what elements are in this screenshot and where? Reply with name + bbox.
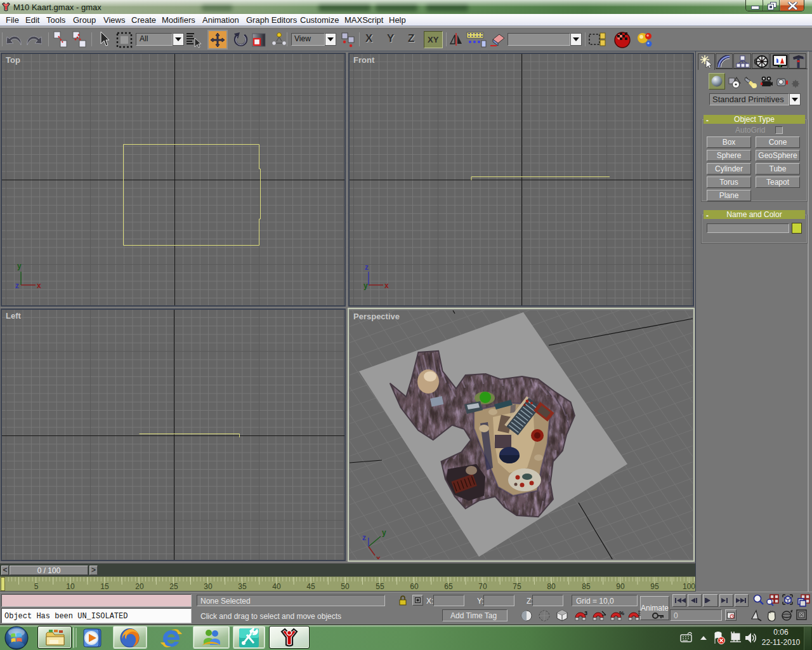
svg-text:y: y	[17, 262, 22, 270]
svg-text:z: z	[365, 263, 369, 272]
svg-text:3: 3	[584, 610, 587, 616]
svg-text:%: %	[619, 610, 624, 616]
svg-text:z: z	[362, 533, 366, 542]
svg-text:x: x	[37, 281, 41, 290]
svg-text:x: x	[376, 554, 381, 559]
svg-text:x: x	[384, 281, 389, 290]
svg-text:z: z	[15, 281, 19, 290]
svg-text:y: y	[382, 528, 386, 537]
svg-text:y: y	[363, 281, 368, 290]
